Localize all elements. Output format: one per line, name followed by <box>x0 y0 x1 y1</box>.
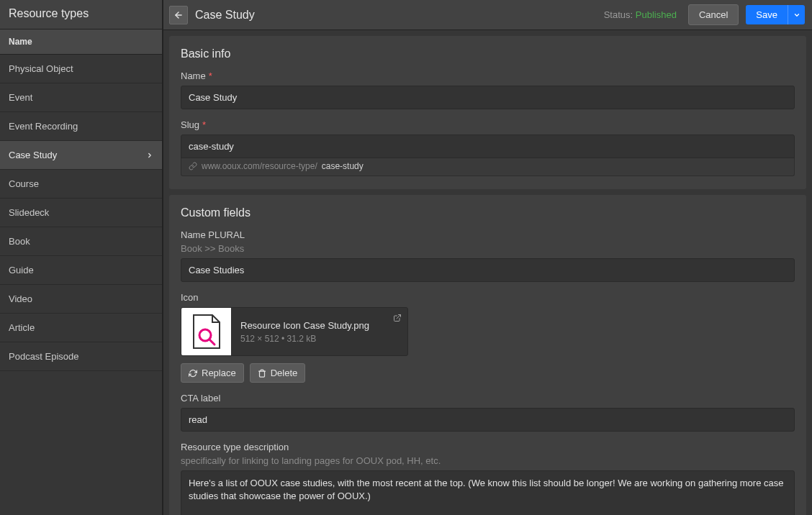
sidebar-item-label: Physical Object <box>9 63 73 74</box>
section-basic-info: Basic info Name * Slug * www.ooux.com/re… <box>169 36 806 189</box>
sidebar-item[interactable]: Video <box>0 285 162 314</box>
document-magnify-icon <box>191 314 222 350</box>
section-title-basic: Basic info <box>181 47 795 60</box>
sidebar-item-label: Guide <box>9 265 34 275</box>
save-button[interactable]: Save <box>746 5 788 24</box>
field-icon: Icon Resource Icon Case Study.png 512 × … <box>181 292 795 383</box>
description-hint: specifically for linking to landing page… <box>181 455 795 466</box>
sidebar-column-header: Name <box>0 29 162 55</box>
status-label: Status: <box>604 9 633 20</box>
status: Status: Published <box>604 9 677 20</box>
name-input[interactable] <box>181 86 795 109</box>
icon-label: Icon <box>181 292 795 303</box>
delete-label: Delete <box>271 368 298 378</box>
section-custom-fields: Custom fields Name PLURAL Book >> Books … <box>169 195 806 515</box>
file-card: Resource Icon Case Study.png 512 × 512 •… <box>181 307 408 356</box>
file-actions: Replace Delete <box>181 363 795 383</box>
sidebar-item-label: Slidedeck <box>9 207 49 218</box>
sidebar-item[interactable]: Course <box>0 170 162 199</box>
sidebar-item[interactable]: Case Study <box>0 141 162 170</box>
save-button-group: Save <box>746 5 805 24</box>
arrow-left-icon <box>173 10 184 20</box>
delete-button[interactable]: Delete <box>250 363 306 383</box>
sidebar-item[interactable]: Article <box>0 314 162 342</box>
sidebar-item-label: Event <box>9 92 32 103</box>
sidebar-item[interactable]: Event <box>0 83 162 112</box>
file-dimensions: 512 × 512 • 31.2 kB <box>240 334 399 344</box>
status-value: Published <box>636 9 677 20</box>
slug-preview: www.ooux.com/resource-type/case-study <box>181 157 795 176</box>
sidebar-item[interactable]: Slidedeck <box>0 199 162 227</box>
sidebar-item-label: Video <box>9 293 32 304</box>
sidebar-item-label: Article <box>9 322 35 333</box>
link-icon <box>189 162 197 170</box>
page-title: Case Study <box>195 9 597 22</box>
section-title-custom: Custom fields <box>181 206 795 219</box>
sidebar-item-label: Event Recording <box>9 121 78 132</box>
sidebar-item-label: Course <box>9 178 39 189</box>
sidebar-item-label: Case Study <box>9 150 57 160</box>
field-cta-label: CTA label <box>181 393 795 432</box>
sidebar-item[interactable]: Podcast Episode <box>0 342 162 371</box>
sidebar: Resource types Name Physical ObjectEvent… <box>0 0 163 515</box>
open-file-button[interactable] <box>392 312 403 324</box>
field-description: Resource type description specifically f… <box>181 442 795 515</box>
description-label: Resource type description <box>181 442 795 452</box>
file-meta: Resource Icon Case Study.png 512 × 512 •… <box>232 308 407 355</box>
cancel-button[interactable]: Cancel <box>688 4 739 25</box>
chevron-right-icon <box>146 152 153 159</box>
replace-button[interactable]: Replace <box>181 363 244 383</box>
external-link-icon <box>393 314 402 322</box>
name-label: Name <box>181 70 206 81</box>
field-slug: Slug * www.ooux.com/resource-type/case-s… <box>181 119 795 176</box>
sidebar-item[interactable]: Guide <box>0 256 162 285</box>
field-name: Name * <box>181 70 795 109</box>
file-thumbnail <box>181 308 232 355</box>
description-textarea[interactable] <box>181 470 795 515</box>
content-scroll[interactable]: Basic info Name * Slug * www.ooux.com/re… <box>163 30 812 515</box>
field-name-plural: Name PLURAL Book >> Books <box>181 229 795 282</box>
refresh-icon <box>189 369 197 378</box>
name-plural-hint: Book >> Books <box>181 243 795 254</box>
sidebar-item-label: Book <box>9 236 30 247</box>
trash-icon <box>258 369 266 378</box>
svg-line-3 <box>397 315 401 319</box>
cta-label-label: CTA label <box>181 393 795 404</box>
name-plural-label: Name PLURAL <box>181 229 795 240</box>
slug-url-dynamic: case-study <box>322 161 364 171</box>
sidebar-item[interactable]: Physical Object <box>0 55 162 83</box>
slug-input[interactable] <box>181 135 795 158</box>
cta-label-input[interactable] <box>181 408 795 432</box>
sidebar-item[interactable]: Book <box>0 227 162 256</box>
main: Case Study Status: Published Cancel Save… <box>163 0 812 515</box>
back-button[interactable] <box>169 6 188 24</box>
topbar: Case Study Status: Published Cancel Save <box>163 0 812 30</box>
slug-label: Slug <box>181 119 199 130</box>
sidebar-title: Resource types <box>0 0 162 29</box>
file-name: Resource Icon Case Study.png <box>240 320 399 331</box>
replace-label: Replace <box>202 368 236 378</box>
sidebar-item[interactable]: Event Recording <box>0 112 162 141</box>
required-indicator: * <box>209 70 212 81</box>
save-dropdown-button[interactable] <box>788 5 805 24</box>
chevron-down-icon <box>793 12 800 19</box>
sidebar-list: Physical ObjectEventEvent RecordingCase … <box>0 55 162 515</box>
sidebar-item-label: Podcast Episode <box>9 351 79 362</box>
slug-url-prefix: www.ooux.com/resource-type/ <box>202 161 317 171</box>
name-plural-input[interactable] <box>181 258 795 282</box>
required-indicator: * <box>202 119 206 130</box>
